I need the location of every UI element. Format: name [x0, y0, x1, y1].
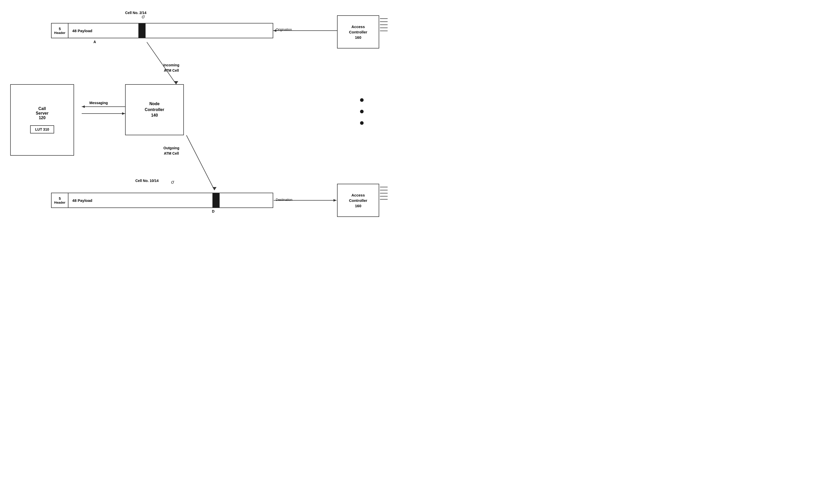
diagram: σ σ Cell No. 2/14 5 Header 48 Payload A …	[0, 0, 418, 252]
dot-2	[360, 110, 364, 113]
messaging-label: Messaging	[89, 101, 108, 105]
svg-marker-3	[174, 81, 178, 84]
access-controller-top: Access Controller 160	[337, 15, 379, 49]
svg-line-4	[186, 135, 214, 190]
ac-top-lines	[380, 18, 387, 31]
dot-1	[360, 98, 364, 102]
bottom-cell-header: 5 Header	[52, 193, 69, 208]
svg-marker-11	[122, 112, 125, 115]
incoming-atm-label: Incoming ATM Cell	[164, 62, 179, 73]
svg-text:σ: σ	[171, 179, 174, 185]
bottom-cell-bar: 5 Header 48 Payload	[51, 193, 273, 208]
access-controller-bottom: Access Controller 160	[337, 184, 379, 217]
ac-bottom-lines	[380, 187, 387, 199]
svg-marker-9	[82, 105, 85, 108]
dot-3	[360, 121, 364, 125]
outgoing-atm-label: Outgoing ATM Cell	[164, 146, 179, 156]
cell-no-bottom-label: Cell No. 10/14	[135, 179, 158, 183]
node-controller-box: Node Controller 140	[125, 84, 184, 135]
svg-marker-7	[334, 199, 337, 201]
top-cell-bar: 5 Header 48 Payload	[51, 23, 273, 38]
cell-no-top-label: Cell No. 2/14	[125, 11, 146, 15]
bottom-cell-payload: 48 Payload	[69, 193, 273, 208]
origination-label: Origination	[276, 27, 292, 32]
point-a-label: A	[93, 40, 96, 44]
top-cell-payload: 48 Payload	[69, 23, 273, 38]
destination-label: Destination	[276, 198, 292, 201]
svg-marker-5	[212, 187, 216, 190]
point-d-label: D	[212, 209, 214, 213]
top-cell-header: 5 Header	[52, 23, 69, 38]
bottom-cell-black-block	[212, 193, 220, 208]
lut-box: LUT 310	[30, 125, 54, 134]
top-cell-black-block	[138, 23, 146, 38]
call-server-box: Call Server 120 LUT 310	[10, 84, 74, 156]
